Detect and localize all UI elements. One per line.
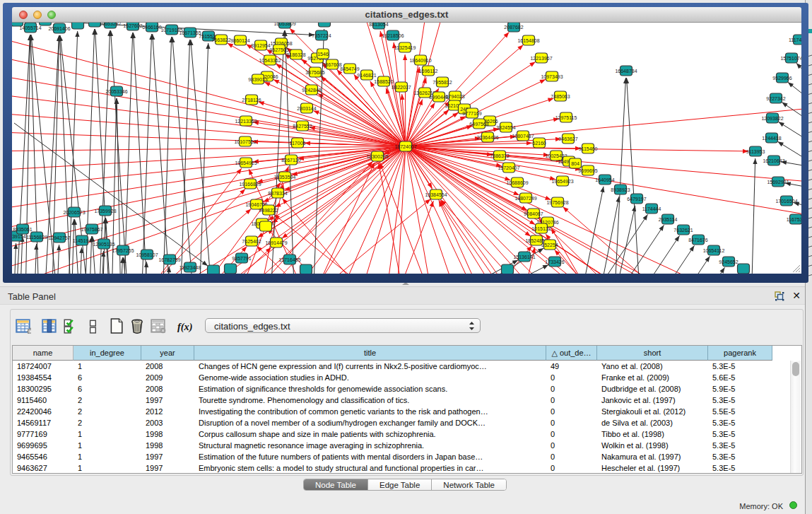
cell-title-row7[interactable]: Structural magnetic resonance image aver… (194, 440, 546, 451)
column-header-title[interactable]: title (194, 346, 546, 361)
cell-pagerank-row7[interactable]: 5.3E-5 (708, 440, 772, 451)
select-column-icon[interactable] (42, 318, 57, 334)
column-settings-icon[interactable] (16, 318, 31, 334)
cell-title-row0[interactable]: Changes of HCN gene expression and I(f) … (194, 361, 546, 372)
cell-year-row7[interactable]: 1998 (141, 440, 194, 451)
new-table-icon[interactable] (108, 318, 124, 334)
cell-short-row1[interactable]: Franke et al. (2009) (597, 372, 708, 383)
cell-out_de-row1[interactable]: 0 (546, 372, 597, 383)
cell-pagerank-row9[interactable]: 5.3E-5 (708, 462, 772, 474)
cell-out_de-row3[interactable]: 0 (546, 395, 597, 406)
column-header-in_degree[interactable]: in_degree (73, 346, 141, 361)
column-header-pagerank[interactable]: pagerank (708, 346, 772, 361)
graph-node[interactable] (208, 265, 220, 274)
cell-name-row6[interactable]: 9777169 (13, 428, 73, 440)
graph-node[interactable] (72, 23, 84, 29)
close-panel-icon[interactable]: ✕ (792, 291, 801, 301)
cell-in_degree-row1[interactable]: 6 (73, 372, 141, 383)
cell-short-row0[interactable]: Yano et al. (2008) (597, 361, 708, 372)
cell-name-row5[interactable]: 14569117 (13, 417, 73, 428)
cell-out_de-row4[interactable]: 0 (546, 406, 597, 417)
cell-title-row3[interactable]: Tourette syndrome. Phenomenology and cla… (194, 395, 546, 406)
cell-year-row8[interactable]: 1997 (141, 451, 194, 462)
cell-in_degree-row8[interactable]: 1 (73, 451, 141, 462)
cell-pagerank-row5[interactable]: 5.3E-5 (708, 417, 772, 428)
column-header-name[interactable]: name (13, 346, 73, 361)
tab-edge-table[interactable]: Edge Table (368, 479, 432, 490)
tab-network-table[interactable]: Network Table (432, 479, 506, 490)
cell-pagerank-row2[interactable]: 5.9E-5 (708, 383, 772, 395)
cell-out_de-row5[interactable]: 0 (546, 417, 597, 428)
cell-pagerank-row6[interactable]: 5.3E-5 (708, 428, 772, 440)
cell-short-row7[interactable]: Wolkin et al. (1998) (597, 440, 708, 451)
row-icon[interactable] (86, 318, 101, 334)
graph-node[interactable] (502, 264, 514, 274)
cell-out_de-row7[interactable]: 0 (546, 440, 597, 451)
node-table[interactable]: namein_degreeyeartitle△ out_de…shortpage… (12, 345, 802, 474)
cell-short-row9[interactable]: Hescheler et al. (1997) (597, 462, 708, 474)
import-table-icon[interactable] (63, 318, 78, 334)
cell-in_degree-row9[interactable]: 1 (73, 462, 141, 474)
cell-pagerank-row8[interactable]: 5.3E-5 (708, 451, 772, 462)
cell-title-row6[interactable]: Corpus callosum shape and size in male p… (194, 428, 546, 440)
cell-out_de-row6[interactable]: 0 (546, 428, 597, 440)
window-titlebar[interactable]: citations_edges.txt (12, 7, 801, 23)
cell-name-row2[interactable]: 18300295 (13, 383, 73, 395)
cell-out_de-row9[interactable]: 0 (546, 462, 597, 474)
delete-table-icon[interactable] (129, 318, 145, 334)
cell-in_degree-row7[interactable]: 1 (73, 440, 141, 451)
cell-short-row2[interactable]: Dudbridge et al. (2008) (597, 383, 708, 395)
column-header-short[interactable]: short (597, 346, 708, 361)
network-canvas[interactable]: 1405571420691406106532871527602646616010… (12, 23, 801, 274)
table-select-dropdown[interactable]: citations_edges.txt (205, 318, 481, 333)
resize-grip-icon[interactable] (791, 263, 801, 273)
scrollbar-thumb[interactable] (792, 362, 799, 376)
graph-node[interactable] (319, 23, 331, 27)
cell-pagerank-row1[interactable]: 5.6E-5 (708, 372, 772, 383)
cell-title-row1[interactable]: Genome-wide association studies in ADHD. (194, 372, 546, 383)
cell-in_degree-row5[interactable]: 2 (73, 417, 141, 428)
graph-node[interactable] (300, 264, 312, 274)
cell-in_degree-row0[interactable]: 1 (73, 361, 141, 372)
cell-out_de-row2[interactable]: 0 (546, 383, 597, 395)
cell-in_degree-row6[interactable]: 1 (73, 428, 141, 440)
cell-title-row5[interactable]: Disruption of a novel member of a sodium… (194, 417, 546, 428)
cell-short-row5[interactable]: de Silva et al. (2003) (597, 417, 708, 428)
cell-in_degree-row4[interactable]: 2 (73, 406, 141, 417)
cell-year-row4[interactable]: 2012 (141, 406, 194, 417)
cell-pagerank-row0[interactable]: 5.3E-5 (708, 361, 772, 372)
cell-pagerank-row3[interactable]: 5.3E-5 (708, 395, 772, 406)
cell-name-row3[interactable]: 9115460 (13, 395, 73, 406)
graph-node[interactable] (225, 264, 237, 274)
vertical-scrollbar[interactable] (790, 361, 801, 473)
tab-node-table[interactable]: Node Table (304, 479, 368, 490)
column-header-year[interactable]: year (141, 346, 194, 361)
cell-name-row9[interactable]: 9463627 (13, 462, 73, 474)
column-header-out_de[interactable]: △ out_de… (546, 346, 597, 361)
cell-year-row6[interactable]: 1998 (141, 428, 194, 440)
cell-name-row1[interactable]: 19384554 (13, 372, 73, 383)
cell-year-row2[interactable]: 2008 (141, 383, 194, 395)
cell-short-row4[interactable]: Stergiakouli et al. (2012) (597, 406, 708, 417)
cell-out_de-row0[interactable]: 49 (546, 361, 597, 372)
memory-indicator-icon[interactable] (789, 501, 797, 509)
cell-year-row5[interactable]: 2003 (141, 417, 194, 428)
cell-title-row8[interactable]: Estimation of the future numbers of pati… (194, 451, 546, 462)
cell-title-row9[interactable]: Embryonic stem cells: a model to study s… (194, 462, 546, 474)
cell-in_degree-row3[interactable]: 2 (73, 395, 141, 406)
cell-in_degree-row2[interactable]: 6 (73, 383, 141, 395)
cell-year-row3[interactable]: 1997 (141, 395, 194, 406)
cell-short-row8[interactable]: Nakamura et al. (1997) (597, 451, 708, 462)
cell-name-row4[interactable]: 22420046 (13, 406, 73, 417)
delete-column-icon[interactable] (151, 318, 166, 334)
graph-node[interactable] (260, 221, 272, 231)
cell-name-row8[interactable]: 9465546 (13, 451, 73, 462)
cell-short-row3[interactable]: Jankovic et al. (1997) (597, 395, 708, 406)
cell-name-row7[interactable]: 9699695 (13, 440, 73, 451)
function-builder-icon[interactable]: f(x) (177, 318, 192, 334)
graph-node[interactable] (738, 264, 750, 274)
cell-short-row6[interactable]: Tibbo et al. (1998) (597, 428, 708, 440)
cell-out_de-row8[interactable]: 0 (546, 451, 597, 462)
cell-year-row9[interactable]: 1997 (141, 462, 194, 474)
float-window-icon[interactable] (775, 291, 784, 301)
